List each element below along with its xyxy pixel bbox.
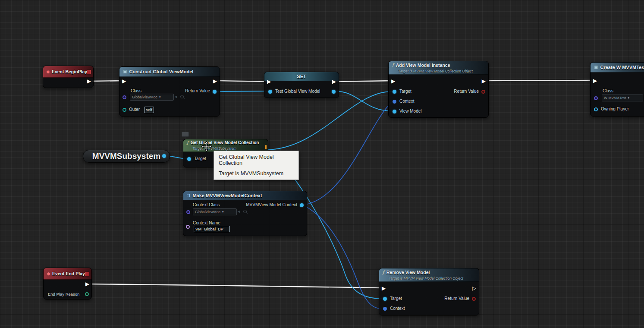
- class-quick-actions: ◄: [237, 209, 247, 214]
- delegate-pin[interactable]: [85, 272, 89, 276]
- class-pin[interactable]: [594, 96, 598, 100]
- output-pin-label: MVVMView Model Context: [246, 202, 297, 207]
- class-dropdown-value: GlobalViewMoc: [195, 210, 220, 214]
- browse-icon[interactable]: [243, 210, 247, 213]
- delegate-pin[interactable]: [87, 70, 91, 74]
- context-out-pin[interactable]: [300, 203, 304, 207]
- node-title: Event End Play: [52, 271, 85, 276]
- exec-out-pin[interactable]: ▶: [332, 79, 336, 84]
- wire-makecontext-addvmi-context: [303, 102, 392, 205]
- return-value-pin[interactable]: [481, 90, 485, 94]
- context-name-input[interactable]: VM_Global_BP: [194, 226, 230, 232]
- node-mvvm-subsystem[interactable]: MVVMSubsystem: [83, 150, 170, 163]
- function-icon: ƒ: [383, 270, 384, 274]
- wire-layer: [0, 0, 644, 328]
- outer-pin[interactable]: [123, 108, 126, 112]
- variable-out-pin[interactable]: [332, 90, 336, 94]
- node-title: Make MVVMViewModelContext: [192, 193, 262, 198]
- node-make-mvvm-view-model-context[interactable]: ⇉ Make MVVMViewModelContext Context Clas…: [183, 191, 307, 236]
- target-pin-label: Target: [399, 89, 412, 94]
- wire-exec-addvmi-createwidget: [483, 80, 597, 81]
- construct-icon: ▣: [123, 69, 127, 74]
- class-pin-label: Class: [603, 88, 613, 93]
- target-pin[interactable]: [383, 297, 387, 301]
- class-pin-label: Class: [131, 88, 141, 93]
- node-title: Create W MVVMTest Wi: [600, 65, 644, 70]
- class-dropdown[interactable]: W MVVMTest ▾: [602, 95, 643, 101]
- node-remove-view-model[interactable]: ƒ Remove View Model Target is MVVM View …: [379, 268, 479, 315]
- function-icon: ƒ: [392, 63, 394, 67]
- exec-in-pin[interactable]: ▶: [122, 79, 126, 84]
- exec-in-pin[interactable]: ▶: [267, 79, 271, 84]
- target-pin[interactable]: [393, 90, 396, 94]
- context-class-label: Context Class: [193, 202, 220, 207]
- subsystem-out-pin[interactable]: [162, 154, 166, 158]
- return-value-label: Return Value: [454, 89, 479, 94]
- wire-set-viewmodel: [335, 91, 392, 111]
- exec-out-pin[interactable]: ▷: [472, 286, 476, 291]
- end-play-reason-label: End Play Reason: [48, 292, 79, 296]
- chevron-down-icon: ▾: [222, 210, 224, 214]
- target-pin-label: Target: [194, 156, 206, 161]
- node-create-widget[interactable]: ▣ Create W MVVMTest Wi ▶ Class W MVVMTes…: [590, 62, 644, 117]
- class-dropdown-value: W MVVMTest: [604, 96, 626, 100]
- node-title: Event BeginPlay: [52, 69, 87, 74]
- node-title: SET: [297, 74, 306, 79]
- node-construct-global-viewmodel[interactable]: ▣ Construct Global ViewModel ▶ ▶ Class G…: [119, 66, 220, 117]
- return-value-pin[interactable]: [213, 90, 217, 94]
- class-dropdown-value: GlobalViewMoc: [132, 95, 157, 99]
- class-dropdown[interactable]: GlobalViewMoc ▾: [130, 94, 174, 101]
- return-value-pin[interactable]: [472, 297, 476, 301]
- target-pin[interactable]: [187, 157, 191, 161]
- wire-exec-endplay-removevm: [88, 284, 382, 288]
- widget-icon: ▣: [594, 65, 598, 69]
- node-header: ▣ Create W MVVMTest Wi: [591, 63, 644, 73]
- context-pin-label: Context: [399, 99, 414, 104]
- exec-out-pin[interactable]: ▶: [85, 281, 89, 287]
- warning-mark: [265, 145, 267, 149]
- context-pin[interactable]: [393, 100, 396, 104]
- node-set-test-global-view-model[interactable]: SET ▶ ▶ Test Global View Model: [264, 72, 339, 98]
- node-title: MVVMSubsystem: [92, 151, 160, 161]
- make-struct-icon: ⇉: [187, 193, 190, 198]
- comment-bubble-icon[interactable]: [182, 132, 189, 137]
- node-tooltip: Get Global View Model Collection Target …: [214, 151, 299, 180]
- node-add-view-model-instance[interactable]: ƒ Add View Model Instance Target is MVVM…: [388, 61, 489, 118]
- context-pin-label: Context: [390, 306, 405, 311]
- chevron-down-icon: ▾: [628, 96, 629, 100]
- variable-in-pin[interactable]: [268, 90, 272, 94]
- context-class-dropdown[interactable]: GlobalViewMoc ▾: [193, 208, 237, 215]
- use-selected-icon[interactable]: ◄: [174, 95, 178, 99]
- blueprint-graph-canvas[interactable]: ◆ Event BeginPlay ▶ ▣ Construct Global V…: [0, 0, 644, 328]
- context-name-pin[interactable]: [186, 225, 190, 229]
- context-pin[interactable]: [383, 307, 387, 311]
- end-play-reason-pin[interactable]: [85, 292, 89, 296]
- exec-in-pin[interactable]: ▶: [382, 286, 386, 291]
- return-value-label: Return Value: [185, 88, 210, 93]
- class-pin[interactable]: [123, 95, 126, 99]
- return-value-label: Return Value: [444, 296, 469, 301]
- exec-in-pin[interactable]: ▶: [593, 78, 597, 83]
- owning-player-pin[interactable]: [594, 107, 598, 111]
- context-class-pin[interactable]: [186, 210, 190, 214]
- node-header: SET: [264, 72, 339, 81]
- node-header: ƒ Add View Model Instance Target is MVVM…: [389, 61, 488, 75]
- exec-in-pin[interactable]: ▶: [391, 79, 395, 84]
- outer-value-input[interactable]: self: [144, 107, 154, 113]
- node-title: Remove View Model: [386, 270, 430, 275]
- function-icon: ƒ: [187, 141, 188, 145]
- use-selected-icon[interactable]: ◄: [237, 209, 241, 214]
- node-event-end-play[interactable]: ◆ Event End Play ▶ End Play Reason: [43, 268, 92, 300]
- exec-out-pin[interactable]: ▶: [213, 79, 217, 84]
- exec-out-pin[interactable]: ▶: [482, 79, 486, 84]
- exec-out-pin[interactable]: ▶: [87, 79, 91, 84]
- variable-label: Test Global View Model: [275, 89, 320, 94]
- node-event-beginplay[interactable]: ◆ Event BeginPlay ▶: [43, 66, 94, 88]
- node-header: ◆ Event BeginPlay: [43, 66, 93, 78]
- wire-getvmc-addvmi-target: [266, 91, 392, 150]
- view-model-pin[interactable]: [393, 110, 396, 114]
- browse-icon[interactable]: [180, 95, 184, 98]
- node-title: Construct Global ViewModel: [129, 69, 193, 74]
- node-title: Add View Model Instance: [396, 63, 450, 68]
- owning-player-label: Owning Player: [601, 107, 629, 111]
